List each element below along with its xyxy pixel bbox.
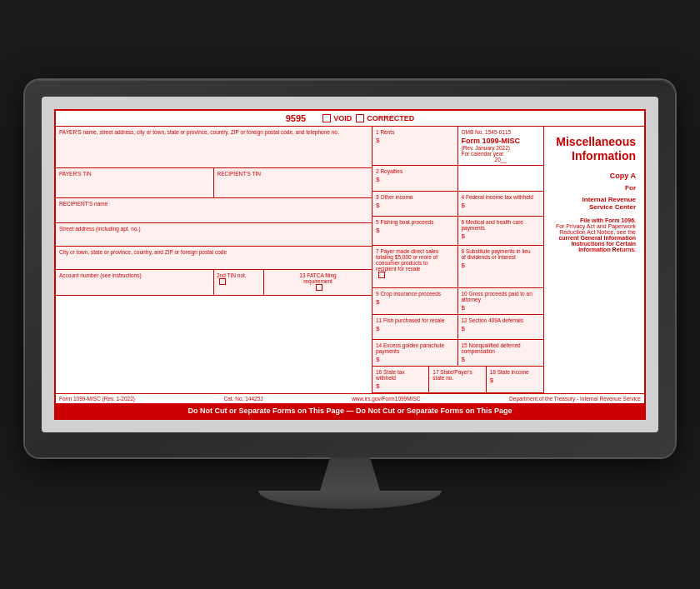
tin2nd-checkbox[interactable]	[219, 278, 226, 285]
box11-label: 11 Fish purchased for resale	[376, 317, 454, 323]
payer-name-label: PAYER'S name, street address, city or to…	[59, 129, 368, 135]
form-middle: 1 Rents $ OMB No. 1545-0115 Form 1099-MI…	[372, 127, 544, 393]
box4-label: 4 Federal income tax withheld	[462, 194, 541, 200]
box15-cell: 15 Nonqualified deferred compensation $	[458, 340, 544, 367]
box8-cell: 8 Substitute payments in lieu of dividen…	[458, 246, 544, 287]
last-section: Account number (see instructions) 2nd TI…	[56, 270, 372, 296]
box6-dollar: $	[462, 232, 541, 240]
box9-dollar: $	[376, 298, 454, 306]
box3-label: 3 Other income	[376, 194, 454, 200]
file-notice: File with Form 1096. For Privacy Act and…	[552, 217, 636, 252]
box7-cell: 7 Payer made direct sales totaling $5,00…	[372, 246, 458, 287]
copy-title: MiscellaneousInformation	[552, 135, 636, 163]
box4-dollar: $	[462, 202, 541, 209]
box2-right	[458, 166, 544, 191]
box7-checkbox[interactable]	[378, 272, 385, 278]
box1-omb-row: 1 Rents $ OMB No. 1545-0115 Form 1099-MI…	[372, 127, 543, 166]
void-checkbox[interactable]: VOID	[322, 114, 352, 122]
box18-dollar: $	[490, 377, 540, 384]
box11-12-row: 11 Fish purchased for resale $ 12 Sectio…	[372, 315, 543, 340]
irs-label: Internal RevenueService Center	[552, 196, 636, 211]
fatca-cell: 13 FATCA filing requirement	[264, 270, 372, 295]
box15-label: 15 Nonqualified deferred compensation	[462, 342, 541, 354]
account-cell: Account number (see instructions)	[56, 270, 214, 295]
city-label: City or town, state or province, country…	[59, 249, 368, 255]
box9-label: 9 Crop insurance proceeds	[376, 291, 454, 297]
dept-treasury: Department of the Treasury - Internal Re…	[509, 396, 641, 402]
box14-label: 14 Excess golden parachute payments	[376, 342, 454, 354]
form-body: PAYER'S name, street address, city or to…	[56, 127, 644, 393]
year-value: 20__	[462, 157, 541, 162]
box16-dollar: $	[376, 382, 425, 390]
box14-dollar: $	[376, 356, 454, 363]
do-not-cut: Do Not Cut or Separate Forms on This Pag…	[56, 403, 644, 418]
form-right: MiscellaneousInformation Copy A For Inte…	[544, 127, 644, 393]
box17-label: 17 State/Payer's state no.	[432, 369, 482, 381]
box12-dollar: $	[462, 325, 541, 332]
box7-8-row: 7 Payer made direct sales totaling $5,00…	[372, 246, 543, 288]
rev-date: (Rev. January 2022)	[462, 145, 541, 151]
box4-cell: 4 Federal income tax withheld $	[458, 192, 544, 217]
copy-box: MiscellaneousInformation Copy A For Inte…	[548, 131, 640, 257]
box17-cell: 17 State/Payer's state no.	[429, 367, 486, 392]
box2-cell: 2 Royalties $	[372, 166, 458, 191]
box5-cell: 5 Fishing boat proceeds $	[372, 217, 458, 246]
payer-name-cell: PAYER'S name, street address, city or to…	[56, 127, 372, 168]
box14-15-row: 14 Excess golden parachute payments $ 15…	[372, 340, 543, 367]
form-bottom-left: Form 1099-MISC (Rev. 1-2022)	[59, 396, 135, 402]
void-checkbox-box	[322, 114, 331, 122]
box2-label: 2 Royalties	[376, 168, 454, 174]
box16-cell: 16 State tax withheld $	[372, 367, 429, 392]
corrected-label: CORRECTED	[367, 114, 414, 122]
box15-dollar: $	[462, 356, 541, 363]
tin2nd-cell: 2nd TIN not.	[214, 270, 264, 295]
box18-cell: 18 State income $	[487, 367, 543, 392]
monitor: 9595 VOID CORRECTED	[25, 80, 675, 509]
corrected-checkbox[interactable]: CORRECTED	[356, 114, 414, 122]
box7-label: 7 Payer made direct sales totaling $5,00…	[376, 248, 454, 272]
monitor-screen: 9595 VOID CORRECTED	[42, 97, 658, 432]
monitor-bezel: 9595 VOID CORRECTED	[25, 80, 675, 457]
street-address-label: Street address (including apt. no.)	[59, 226, 368, 232]
screen-inner: 9595 VOID CORRECTED	[42, 97, 658, 432]
fatca-checkbox[interactable]	[316, 284, 322, 291]
fatca-label: 13 FATCA filing requirement	[268, 272, 368, 284]
box5-dollar: $	[376, 227, 454, 234]
box5-label: 5 Fishing boat proceeds	[376, 219, 454, 225]
cat-no: Cat. No. 14425J	[224, 396, 263, 402]
box10-cell: 10 Gross proceeds paid to an attorney $	[458, 288, 544, 315]
payer-tin-cell: PAYER'S TIN	[56, 168, 214, 197]
box10-dollar: $	[462, 304, 541, 312]
box8-dollar: $	[462, 262, 541, 269]
box9-cell: 9 Crop insurance proceeds $	[372, 288, 458, 315]
city-cell: City or town, state or province, country…	[56, 247, 372, 270]
void-label: VOID	[333, 114, 352, 122]
box9-10-row: 9 Crop insurance proceeds $ 10 Gross pro…	[372, 288, 543, 315]
street-address-cell: Street address (including apt. no.)	[56, 223, 372, 247]
recipient-tin-cell: RECIPIENT'S TIN	[214, 168, 372, 197]
stand-base	[258, 491, 442, 509]
box3-cell: 3 Other income $	[372, 192, 458, 217]
tin2nd-label: 2nd TIN not.	[217, 272, 261, 278]
box10-label: 10 Gross proceeds paid to an attorney	[462, 291, 541, 302]
omb-cell: OMB No. 1545-0115 Form 1099-MISC (Rev. J…	[458, 127, 544, 165]
tin-row: PAYER'S TIN RECIPIENT'S TIN	[56, 168, 372, 198]
state-row: 16 State tax withheld $ 17 State/Payer's…	[372, 367, 543, 393]
form-left: PAYER'S name, street address, city or to…	[56, 127, 372, 393]
form-number-top: 9595	[286, 113, 306, 123]
box5-6-row: 5 Fishing boat proceeds $ 6 Medical and …	[372, 217, 543, 246]
box3-4-row: 3 Other income $ 4 Federal income tax wi…	[372, 192, 543, 217]
website: www.irs.gov/Form1099MISC	[352, 396, 420, 402]
form-title: Form 1099-MISC	[462, 137, 541, 145]
checkbox-group: VOID CORRECTED	[322, 114, 414, 122]
box2-row: 2 Royalties $	[372, 166, 543, 192]
payer-tin-label: PAYER'S TIN	[59, 171, 210, 177]
calendar-year: For calendar year	[462, 151, 541, 157]
form-top-bar: 9595 VOID CORRECTED	[56, 111, 644, 127]
omb-no: OMB No. 1545-0115	[462, 129, 541, 135]
corrected-checkbox-box	[356, 114, 364, 122]
box1-cell: 1 Rents $	[372, 127, 458, 165]
box3-dollar: $	[376, 202, 454, 209]
box6-label: 6 Medical and health care payments	[462, 219, 541, 231]
box6-cell: 6 Medical and health care payments $	[458, 217, 544, 246]
